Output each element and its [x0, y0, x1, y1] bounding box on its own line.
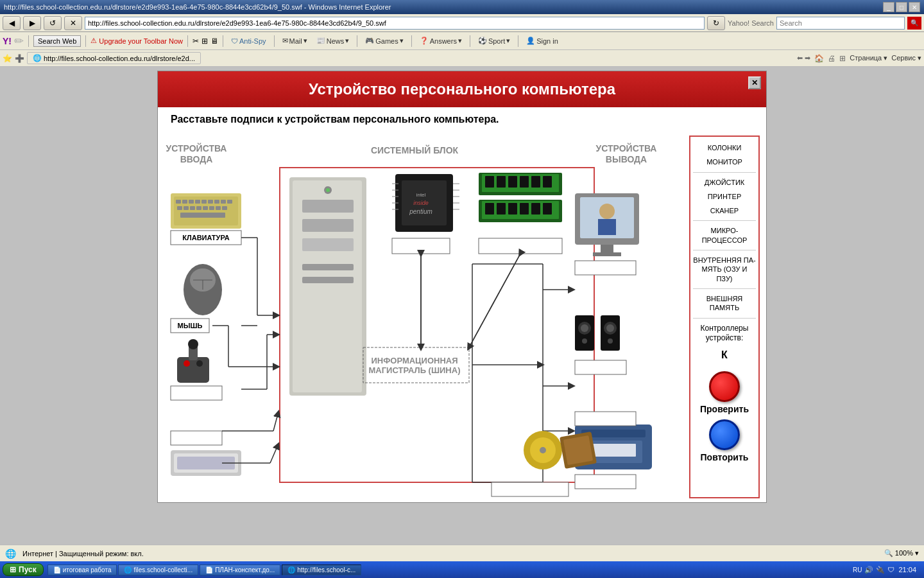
svg-point-97: [599, 204, 615, 219]
svg-text:inside: inside: [413, 200, 429, 206]
more-tools-icon[interactable]: ⊞: [839, 54, 846, 63]
yahoo-search-input[interactable]: [776, 17, 905, 30]
taskbar-item-2[interactable]: 📄 ПЛАН-конспект.до...: [200, 565, 280, 575]
sidebar-answers: КОЛОНКИ МОНИТОР ДЖОЙСТИК ПРИНТЕР СКАНЕР …: [689, 136, 760, 498]
taskbar-clock: RU 🔊 🔌 🛡 21:04: [848, 566, 921, 574]
zoom-text[interactable]: 🔍 100% ▾: [884, 549, 919, 557]
repeat-button[interactable]: Повторить: [701, 419, 749, 462]
print-icon[interactable]: 🖨: [828, 54, 835, 63]
taskbar-item-3[interactable]: 🌐 http://files.school-c...: [282, 565, 361, 575]
svg-rect-96: [593, 252, 621, 256]
svg-point-87: [196, 360, 203, 367]
sport-button[interactable]: ⚽ Sport ▾: [475, 34, 513, 48]
sidebar-item-k[interactable]: К: [721, 349, 728, 362]
news-button[interactable]: 📰 News ▾: [313, 34, 353, 48]
sidebar-item-dzhojstik[interactable]: ДЖОЙСТИК: [705, 178, 744, 187]
repeat-circle-icon: [709, 419, 740, 450]
toolbar-separator-2: [85, 35, 86, 47]
svg-point-86: [184, 360, 190, 367]
sidebar-item-monitor[interactable]: МОНИТОР: [706, 157, 742, 166]
start-button[interactable]: ⊞ Пуск: [3, 563, 44, 576]
sidebar-item-skaner[interactable]: СКАНЕР: [710, 206, 739, 215]
favorites-link[interactable]: 🌐 http://files.school-collection.edu.ru/…: [27, 52, 201, 64]
service-button[interactable]: Сервис ▾: [891, 54, 921, 62]
upgrade-toolbar-button[interactable]: ⚠ Upgrade your Toolbar Now: [90, 37, 183, 45]
back-button[interactable]: ◀: [3, 16, 21, 30]
sidebar-item-kontrollery[interactable]: Контроллерыустройств:: [701, 324, 749, 344]
close-button[interactable]: ✕: [909, 2, 920, 12]
anti-spy-button[interactable]: 🛡 Anti-Spy: [228, 34, 270, 48]
sidebar-item-kolonki[interactable]: КОЛОНКИ: [708, 143, 742, 152]
maximize-button[interactable]: □: [896, 2, 907, 12]
sidebar-item-printer[interactable]: ПРИНТЕР: [708, 192, 742, 201]
svg-rect-71: [209, 206, 214, 210]
tray-icons: RU 🔊 🔌 🛡: [853, 566, 894, 574]
sidebar-item-vnutrennyaya[interactable]: ВНУТРЕННЯЯ ПА-МЯТЬ (ОЗУ И ПЗУ): [693, 256, 756, 283]
games-button[interactable]: 🎮 Games ▾: [362, 34, 406, 48]
scissors-icon: ✂: [193, 37, 199, 46]
svg-rect-57: [176, 200, 181, 204]
toolbar-separator-5: [274, 35, 275, 47]
sidebar-separator-5: [693, 318, 756, 319]
sidebar-item-vneshnyaya[interactable]: ВНЕШНЯЯПАМЯТЬ: [706, 294, 743, 313]
check-button[interactable]: Проверить: [700, 371, 749, 414]
svg-point-140: [540, 447, 546, 453]
refresh-go-button[interactable]: ↻: [707, 16, 725, 30]
svg-point-101: [581, 324, 588, 332]
page-button[interactable]: Страница ▾: [850, 54, 887, 62]
svg-rect-32: [485, 176, 494, 188]
answers-button[interactable]: ❓ Answers ▾: [416, 34, 465, 48]
taskbar-item-0[interactable]: 📄 итоговая работа: [47, 565, 117, 575]
svg-rect-69: [196, 206, 201, 210]
toolbar-row: Y! ✏ Search Web ⚠ Upgrade your Toolbar N…: [0, 32, 924, 50]
search-web-button[interactable]: Search Web: [33, 35, 81, 47]
taskbar-item-1[interactable]: 🌐 files.school-collecti...: [118, 565, 198, 575]
toolbar-separator-7: [411, 35, 412, 47]
svg-rect-112: [575, 360, 626, 374]
taskbar-item-3-icon: 🌐: [287, 566, 295, 574]
signin-button[interactable]: 👤 Sign in: [523, 34, 561, 48]
yahoo-search-button[interactable]: 🔍: [907, 17, 921, 30]
minimize-button[interactable]: _: [883, 2, 894, 12]
svg-rect-83: [177, 357, 209, 383]
svg-rect-42: [508, 203, 517, 215]
add-favorites-icon[interactable]: ➕: [15, 54, 24, 63]
refresh-button[interactable]: ↺: [44, 16, 62, 30]
mail-button[interactable]: ✉ Mail ▾: [279, 34, 311, 48]
svg-rect-11: [302, 264, 354, 270]
svg-rect-47: [479, 238, 562, 254]
address-field[interactable]: [85, 17, 705, 30]
toolbar-pencil-icon[interactable]: ✏: [14, 34, 24, 48]
tray-icon-1: 🔊: [864, 566, 873, 574]
svg-rect-35: [520, 176, 529, 188]
windows-logo-icon: ⊞: [10, 565, 16, 574]
svg-rect-33: [497, 176, 506, 188]
svg-rect-110: [591, 444, 636, 457]
sidebar-item-mikroprocessor[interactable]: МИКРО-ПРОЦЕССОР: [702, 226, 748, 245]
svg-rect-142: [563, 435, 593, 465]
flash-close-button[interactable]: ✕: [748, 76, 761, 89]
svg-rect-68: [190, 206, 195, 210]
lang-indicator[interactable]: RU: [853, 566, 862, 574]
forward-button[interactable]: ▶: [23, 16, 41, 30]
svg-rect-63: [214, 200, 219, 204]
svg-rect-66: [177, 206, 182, 210]
svg-rect-43: [520, 203, 529, 215]
svg-rect-36: [531, 176, 540, 188]
stop-button[interactable]: ✕: [64, 16, 82, 30]
window-controls[interactable]: _ □ ✕: [883, 2, 920, 12]
repeat-button-label: Повторить: [701, 452, 749, 462]
svg-rect-64: [221, 200, 226, 204]
taskbar-item-2-icon: 📄: [205, 566, 213, 574]
toolbar-separator-9: [518, 35, 518, 47]
clock: 21:04: [898, 566, 916, 574]
home-icon[interactable]: 🏠: [814, 54, 824, 63]
favorites-page-icon: 🌐: [33, 54, 42, 62]
sidebar-separator-4: [693, 288, 756, 289]
taskbar-items: 📄 итоговая работа 🌐 files.school-collect…: [45, 565, 846, 575]
status-globe-icon: 🌐: [5, 548, 16, 559]
svg-rect-113: [575, 412, 636, 426]
svg-text:intel: intel: [416, 192, 426, 198]
svg-text:ВЫВОДА: ВЫВОДА: [606, 154, 647, 164]
svg-point-85: [188, 339, 198, 349]
